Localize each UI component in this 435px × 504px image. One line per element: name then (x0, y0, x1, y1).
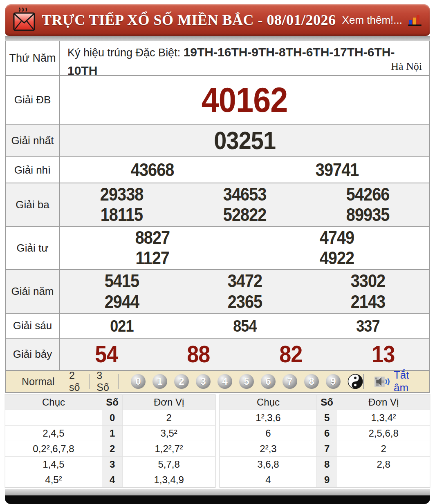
header-bar: TRỰC TIẾP XỔ SỐ MIỀN BẮC - 08/01/2026 Xe… (5, 4, 430, 36)
prize-number: 4749 (320, 228, 354, 247)
prize-label: Giải tư (6, 227, 60, 269)
number-ball-7[interactable]: 7 (283, 374, 297, 389)
prize-number-line: 541534723302 (60, 272, 429, 290)
digit-cell: 0 (102, 410, 123, 425)
prize-row-nhi: Giải nhì4366839741 (6, 156, 429, 183)
units-cell: 5,7,8 (123, 457, 215, 472)
prize-number-cell: 3472 (183, 272, 306, 290)
prize-number-line: 40162 (60, 81, 429, 118)
number-ball-4[interactable]: 4 (218, 374, 232, 389)
summary-row: 4,5²41,3,4,9 (5, 472, 215, 487)
number-ball-5[interactable]: 5 (239, 374, 254, 389)
summary-header-cell: Số (316, 395, 337, 410)
mute-label[interactable]: Tắt âm (394, 369, 422, 394)
number-ball-2[interactable]: 2 (174, 374, 189, 389)
summary-row: 2²,372 (220, 441, 430, 456)
summary-header-row: ChụcSốĐơn Vị (5, 395, 215, 410)
prize-number: 39741 (315, 161, 359, 179)
prize-row-ba: Giải ba293383465354266181155282289935 (6, 183, 429, 226)
prize-numbers: 8827474911274922 (60, 227, 429, 269)
prize-number: 13 (372, 342, 395, 367)
page: TRỰC TIẾP XỔ SỐ MIỀN BẮC - 08/01/2026 Xe… (5, 4, 430, 504)
tens-cell: 1,4,5 (5, 457, 102, 472)
prize-number-cell: 88 (152, 342, 245, 367)
digit-cell: 4 (102, 472, 123, 487)
prize-number: 021 (110, 317, 133, 335)
prize-row-nam: Giải năm541534723302294423652143 (6, 269, 429, 313)
footer-divider (5, 489, 430, 495)
bar-chart-icon (408, 14, 422, 26)
summary-row: 0,2²,6,7,821,2²,7² (5, 441, 215, 456)
units-cell: 2 (123, 410, 215, 425)
digit-cell: 8 (316, 457, 337, 472)
prize-number-cell: 13 (337, 342, 429, 367)
prize-number-line: 021854337 (60, 317, 429, 335)
see-more-link[interactable]: Xem thêm!... (342, 14, 422, 27)
prize-number-cell: 54266 (306, 185, 429, 204)
prize-number: 18115 (101, 205, 143, 224)
prize-label: Giải nhì (6, 157, 60, 183)
tens-cell (5, 410, 102, 425)
tens-cell: 6 (220, 426, 316, 441)
prize-numbers: 541534723302294423652143 (60, 270, 429, 313)
speaker-icon[interactable] (374, 375, 390, 388)
summary-row: 1²,3,651,3,4² (220, 410, 430, 425)
prize-number-cell: 43668 (60, 161, 245, 179)
prize-number-line: 11274922 (60, 249, 429, 268)
prize-label: Giải ĐB (6, 76, 60, 124)
prize-label: Giải nhất (6, 125, 60, 156)
tens-cell: 2²,3 (220, 441, 316, 456)
mode-option-1[interactable]: 2 số (62, 370, 89, 393)
prize-number: 2944 (104, 292, 139, 311)
prize-number: 854 (233, 317, 256, 335)
mode-option-0[interactable]: Normal (15, 376, 62, 388)
see-more-label[interactable]: Xem thêm!... (342, 14, 402, 27)
prize-label: Giải ba (6, 183, 60, 226)
summary-row: 02 (5, 410, 215, 425)
number-ball-3[interactable]: 3 (196, 374, 211, 389)
prize-number: 82 (279, 342, 302, 367)
summary-row: 1,4,535,7,8 (5, 456, 215, 472)
prize-number-cell: 3302 (306, 272, 429, 290)
prize-number-line: 03251 (60, 127, 429, 154)
prize-number-cell: 03251 (60, 127, 429, 154)
info-row: Thứ Năm Ký hiệu trúng Đặc Biệt: 19TH-16T… (6, 41, 429, 75)
prize-row-bay: Giải bảy54888213 (6, 338, 429, 370)
number-ball-8[interactable]: 8 (304, 374, 319, 389)
summary-header-cell: Chục (220, 395, 316, 410)
mode-group: Normal2 số3 Số (15, 370, 118, 393)
units-cell: 3,5² (123, 426, 215, 441)
summary-table: ChụcSốĐơn Vị1²,3,651,3,4²662,5,6,82²,372… (220, 395, 430, 488)
digit-cell: 7 (316, 441, 337, 456)
prize-number-line: 88274749 (60, 228, 429, 247)
prize-number: 2143 (350, 292, 385, 311)
prize-label: Giải sáu (6, 314, 60, 338)
number-ball-1[interactable]: 1 (152, 374, 167, 389)
prize-number-cell: 4749 (245, 228, 430, 247)
number-ball-9[interactable]: 9 (326, 374, 341, 389)
prize-row-tu: Giải tư8827474911274922 (6, 226, 429, 269)
prize-number-cell: 2944 (60, 292, 183, 311)
units-cell: 1,3,4² (337, 410, 430, 425)
summary-row: 3,6,882,8 (220, 456, 430, 472)
yinyang-ball[interactable] (348, 374, 363, 389)
tens-cell: 3,6,8 (220, 457, 316, 472)
number-ball-0[interactable]: 0 (131, 374, 146, 389)
prize-number: 54 (95, 342, 118, 367)
separator (363, 374, 364, 389)
number-ball-6[interactable]: 6 (261, 374, 276, 389)
mode-option-2[interactable]: 3 Số (90, 370, 118, 393)
prize-number-cell: 4922 (245, 249, 430, 268)
prize-number-cell: 29338 (60, 185, 183, 204)
prize-number-cell: 5415 (60, 272, 183, 290)
page-title: TRỰC TIẾP XỔ SỐ MIỀN BẮC - 08/01/2026 (42, 11, 336, 29)
prize-label: Giải năm (6, 270, 60, 313)
units-cell: 2,8 (337, 457, 430, 472)
prize-row-nhat: Giải nhất03251 (6, 124, 429, 156)
units-cell: 1,2²,7² (123, 441, 215, 456)
prize-number-cell: 18115 (60, 205, 183, 224)
units-cell: 2 (337, 441, 430, 456)
mute-control[interactable]: Tắt âm (363, 369, 422, 394)
prize-number-line: 293383465354266 (60, 185, 429, 204)
summary-table: ChụcSốĐơn Vị022,4,513,5²0,2²,6,7,821,2²,… (5, 395, 215, 488)
